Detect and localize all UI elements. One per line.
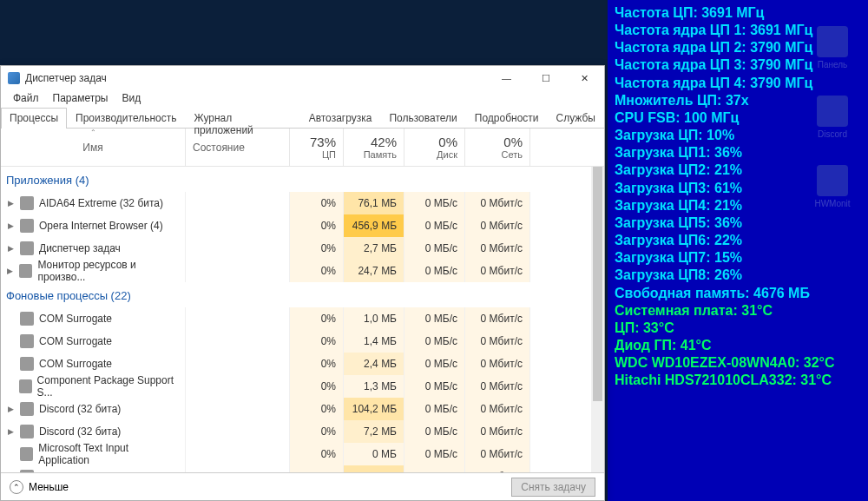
tab[interactable]: Подробности (466, 108, 548, 129)
menu-item[interactable]: Параметры (46, 90, 115, 108)
tab[interactable]: Журнал приложений (186, 108, 300, 129)
process-icon (20, 312, 34, 326)
process-row[interactable]: ▶AIDA64 Extreme (32 бита)0%76,1 МБ0 МБ/с… (1, 192, 604, 214)
hw-stat-line: Частота ЦП: 3691 МГц (615, 4, 861, 22)
cell-memory: 0 МБ (344, 443, 404, 465)
cell-state (186, 375, 290, 398)
process-row[interactable]: NVIDIA Container0%57,8 МБ0 МБ/с0 Мбит/с (1, 465, 604, 472)
process-name: Монитор ресурсов и произво... (37, 259, 178, 283)
process-row[interactable]: ▶Монитор ресурсов и произво...0%24,7 МБ0… (1, 260, 604, 282)
cell-memory: 7,2 МБ (344, 420, 404, 443)
cell-network: 0 Мбит/с (465, 420, 530, 443)
process-list: Приложения (4)▶AIDA64 Extreme (32 бита)0… (1, 167, 604, 472)
desktop-icon[interactable]: Панель (812, 26, 853, 69)
app-icon (8, 72, 20, 84)
process-row[interactable]: Microsoft Text Input Application0%0 МБ0 … (1, 443, 604, 465)
titlebar[interactable]: Диспетчер задач — ☐ ✕ (1, 66, 604, 90)
process-icon (20, 357, 34, 371)
process-row[interactable]: ▶Discord (32 бита)0%7,2 МБ0 МБ/с0 Мбит/с (1, 420, 604, 443)
cell-disk: 0 МБ/с (404, 443, 465, 465)
cell-memory: 76,1 МБ (344, 192, 404, 214)
tab[interactable]: Производительность (67, 108, 185, 129)
process-icon (20, 402, 34, 416)
cell-state (186, 398, 290, 420)
process-group-header[interactable]: Фоновые процессы (22) (1, 282, 604, 307)
sort-indicator-icon: ⌃ (90, 129, 96, 136)
menu-item[interactable]: Файл (6, 90, 46, 108)
process-name: Диспетчер задач (39, 242, 121, 254)
grid-header: ⌃ Имя Состояние 73% ЦП 42% Память 0% Дис… (1, 129, 604, 167)
cell-network: 0 Мбит/с (465, 260, 530, 282)
cell-network: 0 Мбит/с (465, 307, 530, 330)
process-row[interactable]: COM Surrogate0%2,4 МБ0 МБ/с0 Мбит/с (1, 353, 604, 375)
cell-state (186, 260, 290, 282)
tab[interactable]: Автозагрузка (300, 108, 381, 129)
process-name: NVIDIA Container (39, 471, 122, 472)
process-name: Opera Internet Browser (4) (39, 220, 163, 232)
tab[interactable]: Пользователи (380, 108, 465, 129)
column-memory[interactable]: 42% Память (344, 129, 404, 166)
process-icon (20, 470, 34, 472)
column-disk[interactable]: 0% Диск (404, 129, 465, 166)
cell-disk: 0 МБ/с (404, 375, 465, 398)
expand-icon[interactable]: ▶ (6, 244, 15, 253)
hw-stat-line: Загрузка ЦП1: 36% (615, 144, 861, 162)
process-name: Discord (32 бита) (39, 403, 121, 415)
hw-monitor-panel: Частота ЦП: 3691 МГцЧастота ядра ЦП 1: 3… (608, 0, 868, 501)
process-row[interactable]: COM Surrogate0%1,0 МБ0 МБ/с0 Мбит/с (1, 307, 604, 330)
fewer-details-link[interactable]: Меньше (29, 481, 69, 493)
hw-stat-line: Частота ядра ЦП 4: 3790 МГц (615, 75, 861, 92)
cell-memory: 104,2 МБ (344, 398, 404, 420)
collapse-icon[interactable]: ⌃ (10, 480, 23, 494)
maximize-button[interactable]: ☐ (526, 66, 565, 90)
end-task-button[interactable]: Снять задачу (511, 478, 595, 497)
cell-state (186, 237, 290, 260)
cell-disk: 0 МБ/с (404, 214, 465, 237)
process-row[interactable]: ▶Opera Internet Browser (4)0%456,9 МБ0 М… (1, 214, 604, 237)
cell-disk: 0 МБ/с (404, 260, 465, 282)
process-icon (19, 379, 32, 393)
cell-cpu: 0% (290, 353, 344, 375)
column-name[interactable]: ⌃ Имя (1, 129, 186, 166)
column-cpu[interactable]: 73% ЦП (290, 129, 344, 166)
scrollbar[interactable] (591, 167, 604, 472)
process-icon (19, 264, 32, 278)
tab[interactable]: Службы (548, 108, 604, 129)
cell-disk: 0 МБ/с (404, 353, 465, 375)
menu-item[interactable]: Вид (115, 90, 148, 108)
desktop-icon[interactable]: HWMonit (812, 165, 853, 208)
process-name: Microsoft Text Input Application (38, 442, 178, 466)
hw-stat-line: Загрузка ЦП6: 22% (615, 232, 861, 249)
expand-icon[interactable]: ▶ (6, 221, 15, 230)
cell-cpu: 0% (290, 330, 344, 353)
cell-network: 0 Мбит/с (465, 375, 530, 398)
process-row[interactable]: COM Surrogate0%1,4 МБ0 МБ/с0 Мбит/с (1, 330, 604, 353)
cell-state (186, 465, 290, 472)
process-icon (20, 219, 34, 233)
cell-network: 0 Мбит/с (465, 330, 530, 353)
column-state[interactable]: Состояние (186, 129, 290, 166)
process-row[interactable]: Component Package Support S...0%1,3 МБ0 … (1, 375, 604, 398)
column-network[interactable]: 0% Сеть (465, 129, 530, 166)
process-row[interactable]: ▶Диспетчер задач0%2,7 МБ0 МБ/с0 Мбит/с (1, 237, 604, 260)
expand-icon[interactable]: ▶ (6, 199, 15, 208)
cell-network: 0 Мбит/с (465, 465, 530, 472)
tab[interactable]: Процессы (1, 108, 67, 129)
minimize-button[interactable]: — (487, 66, 526, 90)
expand-icon[interactable]: ▶ (6, 405, 15, 413)
cell-disk: 0 МБ/с (404, 192, 465, 214)
cell-memory: 2,7 МБ (344, 237, 404, 260)
process-name: COM Surrogate (39, 335, 112, 347)
cell-memory: 1,3 МБ (344, 375, 404, 398)
cell-memory: 2,4 МБ (344, 353, 404, 375)
cell-cpu: 0% (290, 420, 344, 443)
process-row[interactable]: ▶Discord (32 бита)0%104,2 МБ0 МБ/с0 Мбит… (1, 398, 604, 420)
cell-state (186, 307, 290, 330)
desktop-icon[interactable]: Discord (812, 96, 853, 139)
scrollbar-thumb[interactable] (593, 167, 602, 401)
process-group-header[interactable]: Приложения (4) (1, 167, 604, 192)
expand-icon[interactable]: ▶ (6, 427, 15, 436)
process-name: AIDA64 Extreme (32 бита) (39, 197, 163, 209)
close-button[interactable]: ✕ (565, 66, 604, 90)
expand-icon[interactable]: ▶ (6, 267, 14, 275)
